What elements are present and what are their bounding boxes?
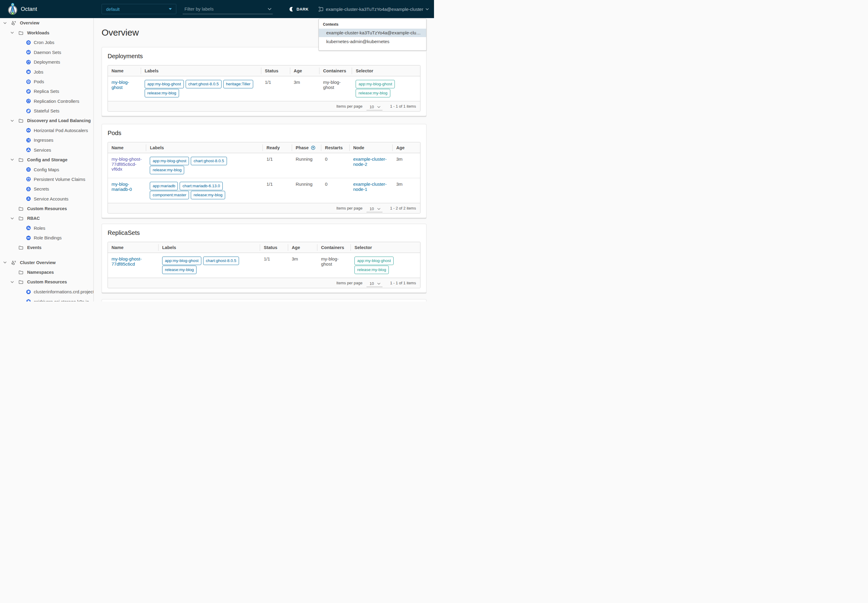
sidebar-item-daemon-sets[interactable]: Daemon Sets [0,47,93,57]
caret-down-icon[interactable] [10,119,14,122]
cell-ready: 1/1 [263,153,292,178]
dark-theme-toggle[interactable]: DARK [289,0,309,18]
sidebar-item-csidrivers-csi-storage-k8s-io[interactable]: csidrivers.csi.storage.k8s.io [0,297,93,302]
sidebar-item-horizontal-pod-autoscalers[interactable]: Horizontal Pod Autoscalers [0,125,93,135]
cell-text: 1/1 [266,181,273,187]
caret-down-icon[interactable] [10,280,14,284]
k8s-daemonset-icon [26,50,31,55]
sidebar-item-label: Config Maps [34,167,59,172]
sidebar-item-label: Events [27,245,42,250]
k8s-pod-icon [26,79,31,84]
sidebar-item-custom-resources[interactable]: Custom Resources [0,277,93,287]
column-header-name: Name [108,242,159,253]
resource-link[interactable]: my-blog-mariadb-0 [111,181,132,192]
cell-text: my-blog-ghost [323,80,341,90]
column-header-age: Age [290,65,320,76]
sidebar-item-clusterinformations-crd-projectcalico-org[interactable]: clusterinformations.crd.projectcalico.or… [0,287,93,297]
sidebar-item-label: Role Bindings [34,235,62,240]
column-header-label: Labels [162,245,176,250]
page-size-select[interactable]: 10 [366,104,383,110]
sidebar-item-services[interactable]: Services [0,145,93,155]
cell-age: 3m [393,178,422,203]
sidebar-item-deployments[interactable]: Deployments [0,57,93,67]
cell-phase: Running [292,178,321,203]
sidebar-item-workloads[interactable]: Workloads [0,28,93,37]
chevron-down-icon [377,208,381,210]
sidebar-item-secrets[interactable]: Secrets [0,184,93,194]
caret-down-icon[interactable] [3,261,7,264]
column-header-label: Selector [354,245,372,250]
sidebar-item-roles[interactable]: Roles [0,223,93,233]
column-header-name: Name [108,142,146,153]
datagrid-header-row: NameLabelsReadyPhaseRestartsNodeAge [108,142,420,153]
column-header-label: Age [396,145,405,150]
chevron-down-icon [377,106,381,108]
tag-list: app:mariadbchart:mariadb-6.13.0component… [150,182,259,199]
page-size-value: 10 [369,281,374,286]
label-tag: release:my-blog [191,191,225,199]
sidebar-item-overview[interactable]: Overview [0,18,93,28]
column-header-ready: Ready [263,142,292,153]
sidebar-item-cluster-overview[interactable]: Cluster Overview [0,257,93,267]
resource-link[interactable]: my-blog-ghost-77df85c6cd-vf6dx [111,156,142,172]
folder-icon [19,30,23,35]
sidebar-item-config-and-storage[interactable]: Config and Storage [0,155,93,164]
sidebar-item-label: Custom Resources [27,206,67,211]
caret-down-icon[interactable] [10,158,14,162]
sidebar-item-custom-resources[interactable]: Custom Resources [0,204,93,213]
cell-phase: Running [292,153,321,178]
sidebar-item-config-maps[interactable]: Config Maps [0,165,93,174]
filter-icon[interactable] [311,145,315,150]
sidebar-item-label: clusterinformations.crd.projectcalico.or… [34,289,94,294]
column-header-age: Age [393,142,422,153]
column-header-name: Name [108,65,141,76]
sidebar-item-ingresses[interactable]: Ingresses [0,135,93,145]
caret-down-icon[interactable] [3,21,7,25]
context-option[interactable]: example-cluster-ka3TuTzYo4a@example-clus… [319,29,426,37]
resource-link[interactable]: example-cluster-node-1 [353,181,387,192]
cell-text: 1/1 [266,156,273,162]
k8s-ingress-icon [26,138,31,142]
page-size-select[interactable]: 10 [366,280,383,287]
sidebar-item-namespaces[interactable]: Namespaces [0,267,93,277]
sidebar-item-stateful-sets[interactable]: Stateful Sets [0,106,93,116]
cell-age: 3m [290,76,320,101]
cell-restarts: 0 [321,153,350,178]
sidebar-item-role-bindings[interactable]: Role Bindings [0,233,93,243]
sidebar-item-label: Secrets [34,186,49,192]
sidebar-item-events[interactable]: Events [0,243,93,252]
sidebar-item-pods[interactable]: Pods [0,77,93,86]
sidebar-item-persistent-volume-claims[interactable]: Persistent Volume Claims [0,174,93,184]
column-header-label: Age [292,245,300,250]
caret-down-icon[interactable] [10,31,14,35]
context-option[interactable]: kubernetes-admin@kubernetes [319,37,426,46]
pagination-range-label: 1 - 1 of 1 items [390,281,416,285]
context-option-label: kubernetes-admin@kubernetes [326,39,390,44]
sidebar-item-replica-sets[interactable]: Replica Sets [0,87,93,96]
sidebar-item-label: Persistent Volume Claims [34,177,85,182]
label-tag: chart:ghost-8.0.5 [203,257,239,265]
sidebar-item-label: csidrivers.csi.storage.k8s.io [34,299,89,302]
resource-link[interactable]: my-blog-ghost [111,80,129,90]
resource-link[interactable]: my-blog-ghost-77df85c6cd [111,256,142,266]
page-size-select[interactable]: 10 [366,206,383,212]
tag-list: app:my-blog-ghostrelease:my-blog [354,257,418,274]
context-selector[interactable]: example-cluster-ka3TuTzYo4a@example-clus… [318,0,429,18]
label-filter-input[interactable]: Filter by labels [183,4,273,14]
sidebar-item-discovery-and-load-balancing[interactable]: Discovery and Load Balancing [0,116,93,125]
sidebar-item-jobs[interactable]: Jobs [0,67,93,77]
namespace-select[interactable]: default [102,4,176,14]
cell-status: 1/1 [261,76,290,101]
label-tag: component:master [150,191,189,199]
sidebar-item-rbac[interactable]: RBAC [0,213,93,223]
resource-link[interactable]: example-cluster-node-2 [353,156,387,167]
sidebar-item-service-accounts[interactable]: Service Accounts [0,194,93,204]
caret-down-icon[interactable] [10,216,14,220]
main-content: Overview DeploymentsNameLabelsStatusAgeC… [94,18,434,302]
column-header-restarts: Restarts [321,142,350,153]
sidebar-item-cron-jobs[interactable]: Cron Jobs [0,38,93,47]
folder-icon [19,216,23,221]
sidebar-item-replication-controllers[interactable]: Replication Controllers [0,96,93,106]
context-option-label: example-cluster-ka3TuTzYo4a@example-clus… [326,30,423,35]
sidebar-item-label: Jobs [34,70,43,74]
